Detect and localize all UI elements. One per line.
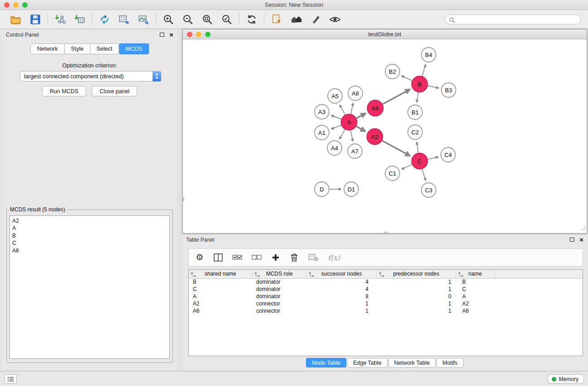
table-row[interactable]: Bdominator41B — [189, 278, 583, 286]
close-panel-icon[interactable]: × — [169, 32, 173, 37]
mcds-result-list[interactable]: A2ABCA6 — [10, 215, 170, 359]
graph-edge-B-B4[interactable] — [422, 64, 425, 76]
table-settings-gear-icon[interactable]: ⚙ — [195, 253, 204, 262]
graph-node-A5[interactable]: A5 — [328, 89, 342, 103]
graph-node-B[interactable]: B — [412, 76, 428, 92]
open-file-icon[interactable] — [10, 13, 22, 26]
graph-edge-A-A1[interactable] — [331, 125, 341, 129]
graph-edge-A-A7[interactable] — [351, 130, 353, 141]
graph-edge-C-C3[interactable] — [422, 169, 426, 181]
memory-button[interactable]: Memory — [548, 374, 584, 384]
table-row[interactable]: Adominator80A — [189, 293, 583, 300]
run-mcds-button[interactable]: Run MCDS — [42, 86, 86, 96]
table-row[interactable]: A6connector11A6 — [189, 307, 583, 315]
graph-node-D1[interactable]: D1 — [344, 182, 359, 196]
style-pen-icon[interactable] — [309, 13, 322, 26]
zoom-in-icon[interactable] — [162, 13, 175, 26]
graph-edge-B-B2[interactable] — [402, 76, 412, 81]
search-input[interactable] — [445, 14, 581, 24]
graph-node-B3[interactable]: B3 — [441, 83, 456, 97]
first-neighbors-icon[interactable] — [98, 13, 111, 26]
close-panel-icon[interactable]: × — [579, 237, 583, 242]
refresh-icon[interactable] — [245, 13, 258, 26]
graph-edge-C-C1[interactable] — [402, 165, 412, 169]
network-maximize-icon[interactable] — [205, 32, 210, 37]
import-table-icon[interactable] — [73, 13, 86, 26]
column-header-predecessor-nodes[interactable]: predecessor nodes — [377, 270, 456, 278]
show-details-eye-icon[interactable] — [329, 13, 341, 26]
delete-table-icon[interactable] — [308, 254, 318, 261]
network-canvas[interactable]: B4B2BB3A8A5A6A3B1AA1C2A2A4A7C4CC1DD1C3 — [183, 39, 587, 233]
close-panel-button[interactable]: Close panel — [92, 86, 137, 96]
network-close-icon[interactable] — [187, 32, 192, 37]
network-window-titlebar[interactable]: testGlobe.txt — [183, 29, 587, 39]
zoom-out-icon[interactable] — [182, 13, 194, 26]
float-panel-icon[interactable] — [160, 33, 164, 37]
graph-node-C1[interactable]: C1 — [385, 166, 400, 181]
deselect-all-icon[interactable] — [252, 255, 262, 260]
graph-edge-B-B3[interactable] — [428, 86, 439, 88]
export-image-icon[interactable] — [137, 13, 150, 26]
mcds-result-item[interactable]: C — [12, 239, 167, 247]
graph-edge-A-A8[interactable] — [351, 103, 353, 114]
function-builder-button[interactable]: f(x) — [328, 253, 340, 262]
column-header-shared-name[interactable]: shared name — [189, 270, 252, 278]
export-table-icon[interactable] — [118, 13, 130, 26]
tab-style[interactable]: Style — [65, 43, 91, 54]
graph-node-A8[interactable]: A8 — [348, 86, 363, 100]
network-graph[interactable]: B4B2BB3A8A5A6A3B1AA1C2A2A4A7C4CC1DD1C3 — [183, 39, 587, 233]
graph-node-B2[interactable]: B2 — [385, 64, 400, 79]
network-minimize-icon[interactable] — [196, 32, 201, 37]
show-columns-icon[interactable] — [214, 253, 223, 262]
column-header-name[interactable]: name — [456, 270, 494, 278]
graph-node-A1[interactable]: A1 — [315, 125, 329, 140]
graph-node-D[interactable]: D — [315, 182, 329, 196]
float-panel-icon[interactable] — [570, 238, 574, 242]
add-row-plus-icon[interactable] — [271, 254, 280, 261]
graph-edge-B-B1[interactable] — [417, 92, 419, 102]
mcds-result-item[interactable]: A2 — [12, 217, 167, 224]
tab-mcds[interactable]: MCDS — [119, 43, 149, 54]
tab-node-table[interactable]: Node Table — [306, 358, 346, 367]
tab-edge-table[interactable]: Edge Table — [347, 358, 387, 367]
graph-node-C4[interactable]: C4 — [441, 148, 455, 162]
tab-network-table[interactable]: Network Table — [388, 358, 436, 367]
network-overview-icon[interactable] — [290, 13, 302, 26]
zoom-fit-icon[interactable] — [201, 13, 214, 26]
column-header-mcds-role[interactable]: MCDS role — [252, 270, 306, 278]
select-all-icon[interactable] — [232, 255, 242, 260]
graph-node-A3[interactable]: A3 — [315, 105, 329, 119]
resize-grip[interactable] — [582, 224, 586, 233]
graph-node-A7[interactable]: A7 — [348, 144, 362, 158]
delete-trash-icon[interactable] — [290, 253, 299, 262]
graph-edge-A2-C[interactable] — [382, 141, 410, 156]
zoom-selected-icon[interactable] — [220, 13, 233, 26]
mcds-result-item[interactable]: A6 — [12, 247, 167, 254]
graph-edge-A6-B[interactable] — [382, 89, 410, 104]
graph-node-B4[interactable]: B4 — [421, 48, 436, 62]
graph-edge-C-C4[interactable] — [428, 157, 438, 159]
tab-select[interactable]: Select — [91, 43, 120, 54]
tab-motifs[interactable]: Motifs — [436, 358, 463, 367]
save-session-icon[interactable] — [29, 13, 42, 26]
mcds-result-item[interactable]: A — [12, 224, 167, 232]
graph-node-C[interactable]: C — [412, 153, 428, 169]
graph-edge-A-A3[interactable] — [331, 115, 341, 119]
graph-edge-C-C2[interactable] — [416, 142, 418, 153]
graph-node-C2[interactable]: C2 — [408, 125, 422, 139]
mcds-result-item[interactable]: B — [12, 232, 167, 239]
table-row[interactable]: Cdominator41C — [189, 286, 583, 293]
export-network-icon[interactable] — [270, 13, 283, 26]
table-row[interactable]: A2connector11A2 — [189, 300, 583, 307]
graph-node-C3[interactable]: C3 — [421, 183, 436, 197]
graph-edge-A-A5[interactable] — [339, 105, 345, 114]
column-header-successor-nodes[interactable]: successor nodes — [306, 270, 377, 278]
graph-edge-A-A4[interactable] — [339, 129, 345, 139]
graph-node-A4[interactable]: A4 — [327, 141, 342, 155]
task-history-button[interactable] — [5, 374, 17, 384]
graph-edge-A-A6[interactable] — [356, 113, 366, 118]
criterion-dropdown[interactable]: largest connected component (directed) — [20, 71, 161, 81]
tab-network[interactable]: Network — [30, 43, 65, 54]
graph-node-A2[interactable]: A2 — [367, 129, 383, 145]
graph-node-A6[interactable]: A6 — [368, 100, 383, 116]
